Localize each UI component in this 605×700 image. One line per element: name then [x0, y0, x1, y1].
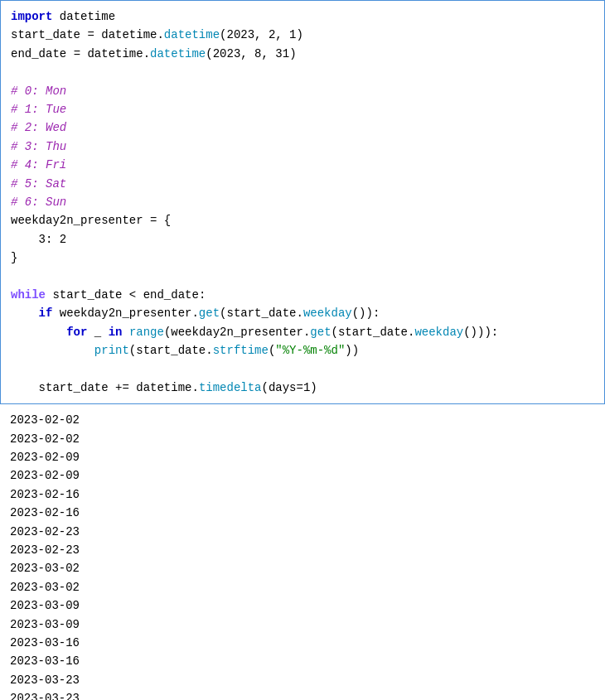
code-dict-entry: 3: 2 — [11, 230, 594, 249]
code-while: while start_date < end_date: — [11, 286, 594, 304]
code-line-1: import datetime — [11, 7, 594, 26]
code-line-3: end_date = datetime.datetime(2023, 8, 31… — [11, 45, 594, 63]
code-if: if weekday2n_presenter.get(start_date.we… — [11, 304, 594, 322]
output-line-15: 2023-03-23 — [10, 671, 595, 689]
output-line-1: 2023-02-02 — [10, 411, 595, 429]
output-line-14: 2023-03-16 — [10, 652, 595, 670]
output-line-5: 2023-02-16 — [10, 485, 595, 504]
code-comment-3: # 3: Thu — [11, 138, 594, 156]
code-line-2: start_date = datetime.datetime(2023, 2, … — [11, 26, 594, 44]
code-blank-1 — [11, 63, 594, 81]
code-comment-1: # 1: Tue — [11, 100, 594, 118]
code-increment: start_date += datetime.timedelta(days=1) — [11, 379, 594, 397]
output-line-13: 2023-03-16 — [10, 634, 595, 652]
code-print: print(start_date.strftime("%Y-%m-%d")) — [11, 341, 594, 360]
output-line-3: 2023-02-09 — [10, 448, 595, 466]
output-panel: 2023-02-02 2023-02-02 2023-02-09 2023-02… — [0, 404, 605, 700]
output-line-8: 2023-02-23 — [10, 541, 595, 559]
code-comment-5: # 5: Sat — [11, 175, 594, 193]
output-line-11: 2023-03-09 — [10, 596, 595, 615]
code-editor: import datetime start_date = datetime.da… — [0, 0, 605, 404]
output-line-4: 2023-02-09 — [10, 466, 595, 485]
output-line-6: 2023-02-16 — [10, 504, 595, 522]
code-comment-4: # 4: Fri — [11, 156, 594, 174]
code-comment-0: # 0: Mon — [11, 82, 594, 100]
code-dict-open: weekday2n_presenter = { — [11, 211, 594, 229]
output-line-7: 2023-02-23 — [10, 523, 595, 541]
code-comment-6: # 6: Sun — [11, 193, 594, 211]
code-blank-3 — [11, 360, 594, 378]
code-for: for _ in range(weekday2n_presenter.get(s… — [11, 323, 594, 341]
code-dict-close: } — [11, 249, 594, 267]
output-line-2: 2023-02-02 — [10, 430, 595, 448]
output-line-16: 2023-03-23 — [10, 689, 595, 700]
output-line-9: 2023-03-02 — [10, 559, 595, 577]
output-line-12: 2023-03-09 — [10, 616, 595, 634]
code-comment-2: # 2: Wed — [11, 118, 594, 137]
output-line-10: 2023-03-02 — [10, 578, 595, 596]
code-blank-2 — [11, 267, 594, 285]
